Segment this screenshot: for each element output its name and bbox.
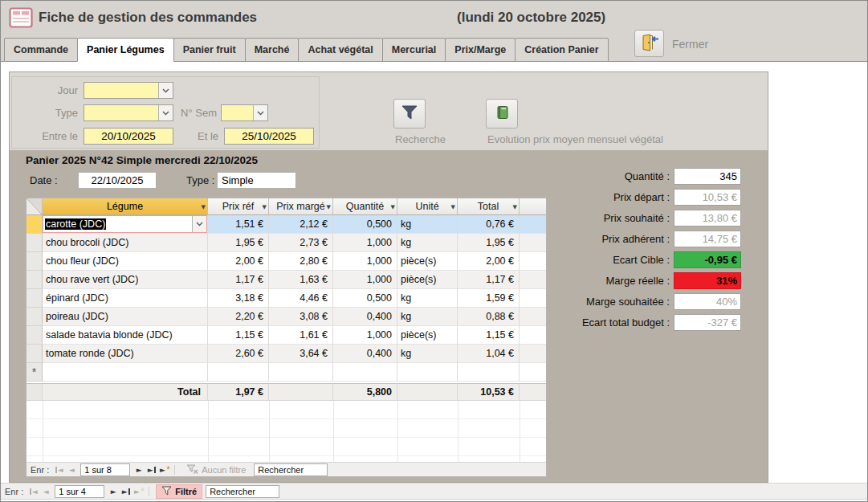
next-record-button[interactable]: ► — [132, 466, 145, 474]
cell-total[interactable]: 2,00 € — [458, 252, 520, 271]
record-search-box[interactable]: Rechercher — [206, 485, 279, 498]
tab-achat-vegetal[interactable]: Achat végétal — [298, 38, 382, 62]
cell-total[interactable]: 1,59 € — [458, 289, 520, 308]
cell-quantite[interactable]: 1,000 — [333, 271, 397, 289]
previous-record-button[interactable]: ◄ — [65, 466, 78, 474]
previous-record-button[interactable]: ◄ — [39, 488, 52, 496]
table-row[interactable]: carotte (JDC) 1,51 € 2,12 € 0,500 kg 0,7… — [26, 215, 546, 234]
cell-total[interactable]: 1,04 € — [458, 345, 520, 363]
cell-quantite[interactable]: 0,500 — [333, 289, 397, 308]
jour-combobox[interactable] — [84, 82, 173, 99]
cell-unite[interactable]: pièce(s) — [397, 252, 458, 271]
cell-legume[interactable]: tomate ronde (JDC) — [43, 345, 208, 363]
cell-prix-marge[interactable]: 3,64 € — [269, 345, 333, 363]
row-selector[interactable] — [26, 345, 43, 363]
cell-total[interactable]: 1,17 € — [458, 271, 520, 289]
row-selector[interactable] — [26, 271, 43, 289]
cell-prix-marge[interactable]: 1,63 € — [269, 271, 333, 289]
cell-total[interactable]: 0,76 € — [458, 215, 520, 234]
cell-prix-ref[interactable]: 1,15 € — [208, 326, 269, 345]
cell-prix-ref[interactable]: 2,00 € — [208, 252, 269, 271]
cell-prix-ref[interactable]: 3,18 € — [208, 289, 269, 308]
cell-legume[interactable]: carotte (JDC) — [43, 215, 208, 234]
cell-prix-marge[interactable]: 2,12 € — [269, 215, 333, 234]
combo-dropdown-button[interactable] — [192, 216, 206, 232]
new-record-button[interactable]: ►* — [132, 488, 145, 496]
tab-creation-panier[interactable]: Création Panier — [515, 38, 608, 62]
unite-column-header[interactable]: Unité▼ — [397, 198, 458, 215]
panier-date-field[interactable]: 22/10/2025 — [78, 172, 157, 189]
cell-total[interactable]: 1,15 € — [458, 326, 520, 345]
cell-quantite[interactable]: 1,000 — [333, 234, 397, 252]
cell-unite[interactable]: pièce(s) — [397, 326, 458, 345]
cell-legume[interactable]: chou brocoli (JDC) — [43, 234, 208, 252]
table-row[interactable]: tomate ronde (JDC) 2,60 € 3,64 € 0,400 k… — [26, 345, 546, 363]
legume-combo-editor[interactable]: carotte (JDC) — [43, 215, 207, 233]
cell-quantite[interactable]: 1,000 — [333, 326, 397, 345]
chevron-down-icon[interactable] — [253, 105, 267, 120]
row-selector[interactable] — [26, 326, 43, 345]
cell-prix-ref[interactable]: 1,95 € — [208, 234, 269, 252]
marge-souhaitee-value[interactable]: 40% — [674, 293, 741, 310]
filter-arrow-icon[interactable]: ▼ — [451, 204, 455, 210]
date-debut-field[interactable]: 20/10/2025 — [84, 128, 173, 145]
cell-legume[interactable]: épinard (JDC) — [43, 289, 208, 308]
row-selector[interactable] — [26, 289, 43, 308]
prix-ref-column-header[interactable]: Prix réf▼ — [208, 198, 269, 215]
prix-depart-value[interactable]: 10,53 € — [674, 189, 741, 206]
cell-prix-ref[interactable]: 2,60 € — [208, 345, 269, 363]
new-record-button[interactable]: ►* — [158, 466, 171, 474]
cell-total[interactable]: 1,95 € — [458, 234, 520, 252]
prix-marge-column-header[interactable]: Prix margé▼ — [269, 198, 333, 215]
cell-legume[interactable]: chou fleur (JDC) — [43, 252, 208, 271]
cell-prix-marge[interactable]: 2,73 € — [269, 234, 333, 252]
quantite-column-header[interactable]: Quantité▼ — [333, 198, 397, 215]
last-record-button[interactable]: ► — [145, 466, 158, 474]
first-record-button[interactable]: ◄ — [52, 466, 65, 474]
cell-quantite[interactable]: 1,000 — [333, 252, 397, 271]
filter-arrow-icon[interactable]: ▼ — [202, 204, 206, 210]
evolution-button[interactable] — [486, 99, 518, 129]
cell-prix-marge[interactable]: 4,46 € — [269, 289, 333, 308]
cell-prix-ref[interactable]: 2,20 € — [208, 308, 269, 326]
cell-prix-marge[interactable]: 1,61 € — [269, 326, 333, 345]
cell-unite[interactable]: kg — [397, 289, 458, 308]
tab-panier-legumes[interactable]: Panier Légumes — [77, 38, 174, 62]
cell-total[interactable]: 0,88 € — [458, 308, 520, 326]
record-search-box[interactable]: Rechercher — [254, 463, 328, 476]
row-selector[interactable] — [26, 252, 43, 271]
first-record-button[interactable]: ◄ — [26, 488, 39, 496]
table-row[interactable]: chou brocoli (JDC) 1,95 € 2,73 € 1,000 k… — [26, 234, 546, 252]
cell-prix-ref[interactable]: 1,51 € — [208, 215, 269, 234]
select-all-cell[interactable] — [26, 198, 43, 215]
record-position-box[interactable]: 1 sur 4 — [55, 485, 104, 498]
cell-legume[interactable]: salade batavia blonde (JDC) — [43, 326, 208, 345]
filter-arrow-icon[interactable]: ▼ — [391, 204, 395, 210]
filter-arrow-icon[interactable]: ▼ — [263, 204, 267, 210]
row-selector[interactable] — [26, 308, 43, 326]
cell-prix-marge[interactable]: 2,80 € — [269, 252, 333, 271]
legume-column-header[interactable]: Légume▼ — [43, 198, 208, 215]
record-position-box[interactable]: 1 sur 8 — [80, 463, 130, 476]
cell-unite[interactable]: kg — [397, 234, 458, 252]
tab-panier-fruit[interactable]: Panier fruit — [173, 38, 246, 62]
row-selector[interactable] — [26, 215, 43, 234]
cell-unite[interactable]: kg — [397, 345, 458, 363]
tab-mercurial[interactable]: Mercurial — [382, 38, 446, 62]
ecart-cible-value[interactable]: -0,95 € — [674, 251, 741, 268]
table-row[interactable]: poireau (JDC) 2,20 € 3,08 € 0,400 kg 0,8… — [26, 308, 546, 326]
date-fin-field[interactable]: 25/10/2025 — [224, 128, 314, 145]
total-column-header[interactable]: Total▼ — [458, 198, 520, 215]
type-combobox[interactable] — [84, 104, 173, 121]
table-row[interactable]: salade batavia blonde (JDC) 1,15 € 1,61 … — [26, 326, 546, 345]
tab-commande[interactable]: Commande — [4, 38, 78, 62]
chevron-down-icon[interactable] — [158, 105, 173, 120]
cell-unite[interactable]: kg — [397, 215, 458, 234]
quantite-value[interactable]: 345 — [674, 168, 741, 185]
cell-unite[interactable]: kg — [397, 308, 458, 326]
filter-arrow-icon[interactable]: ▼ — [327, 204, 331, 210]
table-row[interactable]: chou fleur (JDC) 2,00 € 2,80 € 1,000 piè… — [26, 252, 546, 271]
cell-quantite[interactable]: 0,400 — [333, 345, 397, 363]
filter-arrow-icon[interactable]: ▼ — [513, 204, 517, 210]
table-row[interactable]: chou rave vert (JDC) 1,17 € 1,63 € 1,000… — [26, 271, 546, 289]
